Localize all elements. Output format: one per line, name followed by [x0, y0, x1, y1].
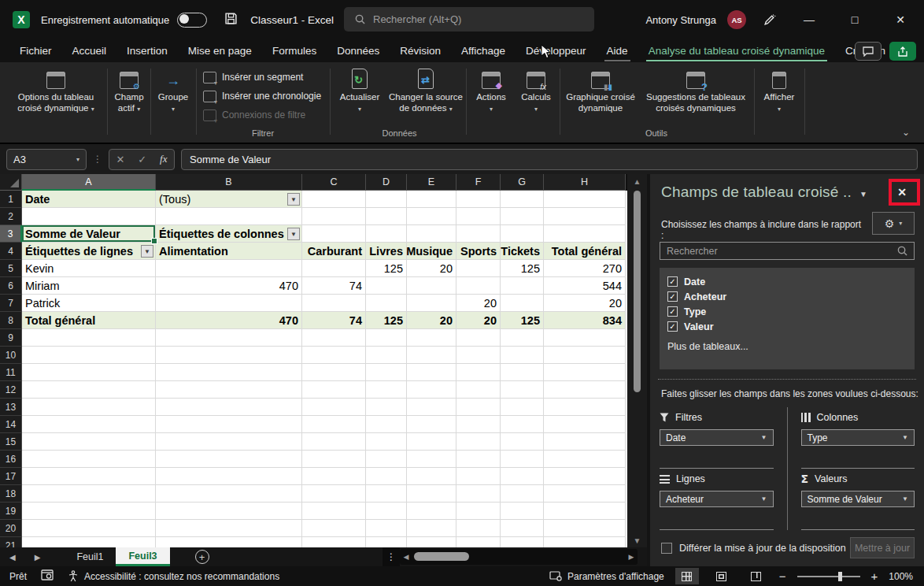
cell-G1[interactable]: [501, 191, 544, 208]
cell-H7[interactable]: 20: [544, 295, 626, 312]
display-settings-button[interactable]: Paramètres d'affichage: [549, 571, 664, 582]
cell-C5[interactable]: [302, 260, 366, 277]
row-header-17[interactable]: 17: [0, 468, 22, 485]
cell-D8[interactable]: 125: [366, 312, 407, 329]
cell-F7[interactable]: 20: [456, 295, 501, 312]
update-button[interactable]: Mettre à jour: [850, 537, 915, 558]
cell-A10[interactable]: [22, 347, 156, 364]
cell-D10[interactable]: [366, 347, 407, 364]
cell-G4[interactable]: Tickets: [501, 243, 544, 260]
cell-E9[interactable]: [407, 329, 456, 347]
cell-G2[interactable]: [501, 208, 544, 225]
scroll-up-icon[interactable]: ▲: [627, 174, 647, 188]
ribbon-tab-affichage[interactable]: Affichage: [451, 39, 516, 62]
cell-D15[interactable]: [366, 433, 407, 451]
cell-E18[interactable]: [407, 485, 456, 503]
row-header-4[interactable]: 4: [0, 243, 22, 260]
cell-C20[interactable]: [302, 520, 366, 537]
cell-H19[interactable]: [544, 503, 626, 520]
cell-B4[interactable]: Alimentation: [156, 243, 302, 260]
row-header-8[interactable]: 8: [0, 312, 22, 329]
pane-options-chevron-icon[interactable]: ▼: [859, 190, 867, 198]
cell-F18[interactable]: [456, 485, 501, 503]
cell-C18[interactable]: [302, 485, 366, 503]
cell-B15[interactable]: [156, 433, 302, 451]
collapse-ribbon-icon[interactable]: ⌄: [902, 127, 910, 138]
vertical-scroll-thumb[interactable]: [634, 191, 641, 392]
field-checkbox[interactable]: ✓: [667, 321, 678, 332]
horizontal-scroll-thumb[interactable]: [414, 552, 469, 561]
cell-F16[interactable]: [456, 451, 501, 468]
cell-F17[interactable]: [456, 468, 501, 485]
cell-F20[interactable]: [456, 520, 501, 537]
cell-E1[interactable]: [407, 191, 456, 208]
cell-H8[interactable]: 834: [544, 312, 626, 329]
cell-C7[interactable]: [302, 295, 366, 312]
pane-search-input[interactable]: Rechercher: [660, 242, 915, 260]
tabbar-options-icon[interactable]: ⋮: [383, 547, 400, 566]
cell-F9[interactable]: [456, 329, 501, 347]
cell-C9[interactable]: [302, 329, 366, 347]
row-header-3[interactable]: 3: [0, 225, 22, 243]
cell-C12[interactable]: [302, 381, 366, 399]
sheet-nav-right-icon[interactable]: ▶: [25, 547, 50, 566]
row-header-18[interactable]: 18: [0, 485, 22, 503]
autosave-toggle[interactable]: [177, 13, 207, 28]
cell-A9[interactable]: [22, 329, 156, 347]
ribbon-tab-formules[interactable]: Formules: [262, 39, 327, 62]
recommended-pivottables-button[interactable]: ? Suggestions de tableauxcroisés dynamiq…: [641, 65, 750, 114]
cell-E6[interactable]: [407, 277, 456, 295]
cell-F19[interactable]: [456, 503, 501, 520]
zoom-slider-thumb[interactable]: [838, 572, 842, 581]
cell-B6[interactable]: 470: [156, 277, 302, 295]
formula-input[interactable]: Somme de Valeur: [181, 149, 918, 170]
cell-E8[interactable]: 20: [407, 312, 456, 329]
cell-H3[interactable]: [544, 225, 626, 243]
avatar[interactable]: AS: [727, 10, 746, 29]
cell-D7[interactable]: [366, 295, 407, 312]
sheet-nav-left-icon[interactable]: ◀: [0, 547, 25, 566]
column-header-F[interactable]: F: [456, 174, 501, 191]
cell-D13[interactable]: [366, 399, 407, 416]
column-header-B[interactable]: B: [156, 174, 302, 191]
page-break-view-button[interactable]: [745, 568, 768, 584]
page-layout-view-button[interactable]: [710, 568, 734, 584]
cell-E7[interactable]: [407, 295, 456, 312]
cell-F1[interactable]: [456, 191, 501, 208]
cell-H1[interactable]: [544, 191, 626, 208]
cell-G9[interactable]: [501, 329, 544, 347]
cell-C19[interactable]: [302, 503, 366, 520]
cell-B5[interactable]: [156, 260, 302, 277]
cell-E16[interactable]: [407, 451, 456, 468]
cell-G15[interactable]: [501, 433, 544, 451]
field-item-type[interactable]: ✓Type: [667, 304, 907, 319]
cell-H18[interactable]: [544, 485, 626, 503]
cell-C17[interactable]: [302, 468, 366, 485]
save-icon[interactable]: [224, 12, 238, 28]
cell-A2[interactable]: [22, 208, 156, 225]
cell-B20[interactable]: [156, 520, 302, 537]
minimize-button[interactable]: —: [792, 0, 826, 39]
cell-B18[interactable]: [156, 485, 302, 503]
cell-C2[interactable]: [302, 208, 366, 225]
row-header-9[interactable]: 9: [0, 329, 22, 347]
cell-E3[interactable]: [407, 225, 456, 243]
cell-B16[interactable]: [156, 451, 302, 468]
ribbon-tab-fichier[interactable]: Fichier: [9, 39, 62, 62]
cell-B17[interactable]: [156, 468, 302, 485]
cell-H11[interactable]: [544, 364, 626, 381]
cell-D19[interactable]: [366, 503, 407, 520]
ribbon-tab-r-vision[interactable]: Révision: [390, 39, 451, 62]
cell-C15[interactable]: [302, 433, 366, 451]
scroll-down-icon[interactable]: ▼: [627, 533, 647, 547]
zoom-out-icon[interactable]: −: [779, 569, 786, 583]
cell-A6[interactable]: Miriam: [22, 277, 156, 295]
field-chip-somme-de-valeur[interactable]: Somme de Valeur▼: [801, 491, 915, 507]
cell-G17[interactable]: [501, 468, 544, 485]
cell-G16[interactable]: [501, 451, 544, 468]
cell-H5[interactable]: 270: [544, 260, 626, 277]
cell-E20[interactable]: [407, 520, 456, 537]
column-header-G[interactable]: G: [501, 174, 544, 191]
ribbon-tab-d-veloppeur[interactable]: Développeur: [516, 39, 597, 62]
cell-A20[interactable]: [22, 520, 156, 537]
